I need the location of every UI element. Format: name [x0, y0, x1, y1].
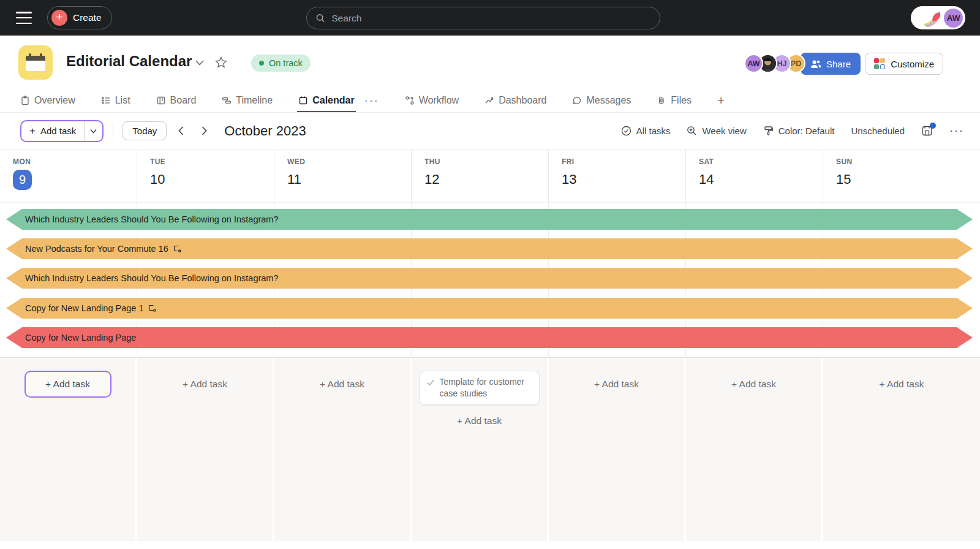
check-circle-icon — [621, 126, 631, 136]
calendar-toolbar: + Add task Today October 2023 All tasks … — [0, 113, 980, 150]
day-cell-wed[interactable]: + Add task — [274, 358, 412, 541]
zoom-icon — [687, 126, 697, 136]
chevron-down-icon[interactable] — [195, 59, 205, 66]
task-bar[interactable]: Copy for New Landing Page 1 — [6, 298, 973, 319]
tab-bar: Overview List Board Timeline Calendar ··… — [0, 89, 980, 113]
next-week-button[interactable] — [195, 122, 213, 140]
tab-dashboard[interactable]: Dashboard — [484, 89, 546, 112]
add-tab-button[interactable]: + — [717, 89, 725, 112]
day-header-row: MON 9 TUE 10 WED 11 THU 12 FRI 13 SAT 14… — [0, 150, 980, 202]
workflow-icon — [405, 96, 415, 105]
day-cells-row: + Add task + Add task + Add task Templat… — [0, 357, 980, 549]
add-task-cell-button[interactable]: + Add task — [594, 379, 639, 390]
page-title[interactable]: Editorial Calendar — [66, 53, 192, 70]
chevron-left-icon — [178, 126, 184, 135]
add-task-cell-button[interactable]: + Add task — [457, 415, 502, 426]
day-cell-thu[interactable]: Template for customer case studies + Add… — [412, 358, 549, 541]
user-menu[interactable]: AW — [911, 6, 965, 29]
add-task-cell-button[interactable]: + Add task — [320, 379, 364, 390]
day-cell-fri[interactable]: + Add task — [549, 358, 686, 541]
day-header: THU 12 — [412, 150, 549, 202]
add-task-cell-button-focused[interactable]: + Add task — [24, 371, 111, 398]
previous-week-button[interactable] — [172, 122, 190, 140]
add-task-button[interactable]: + Add task — [20, 120, 104, 142]
create-button[interactable]: + Create — [47, 6, 112, 29]
timeline-icon — [222, 96, 232, 105]
search-bar[interactable] — [306, 7, 660, 29]
member-avatars: AW HJ PD — [744, 54, 805, 73]
day-header: WED 11 — [274, 150, 412, 202]
day-header: SUN 15 — [823, 150, 980, 202]
tab-list[interactable]: List — [101, 89, 130, 112]
board-icon — [156, 96, 166, 105]
day-header: FRI 13 — [549, 150, 686, 202]
tab-calendar[interactable]: Calendar — [298, 89, 354, 112]
week-task-lane: Which Industry Leaders Should You Be Fol… — [0, 202, 980, 357]
status-dot-icon — [259, 61, 264, 66]
customize-grid-icon — [874, 58, 885, 69]
create-button-label: Create — [73, 12, 102, 23]
hamburger-menu-icon[interactable] — [16, 12, 32, 24]
unscheduled-toggle[interactable]: Unscheduled — [851, 126, 905, 136]
notification-dot — [930, 123, 936, 129]
task-bar[interactable]: Which Industry Leaders Should You Be Fol… — [6, 268, 973, 289]
calendar-icon — [298, 96, 308, 105]
chevron-down-icon — [90, 129, 97, 134]
tab-timeline[interactable]: Timeline — [222, 89, 273, 112]
today-button[interactable]: Today — [123, 121, 167, 140]
day-cell-sat[interactable]: + Add task — [686, 358, 823, 541]
more-options-button[interactable]: ··· — [949, 124, 964, 137]
day-cell-mon[interactable]: + Add task — [0, 358, 137, 541]
project-calendar-icon — [18, 45, 53, 80]
chart-line-icon — [484, 96, 494, 105]
color-setting[interactable]: Color: Default — [763, 126, 835, 136]
paint-roller-icon — [763, 126, 774, 136]
subtask-icon — [148, 304, 157, 312]
avatar: AW — [944, 9, 963, 28]
status-badge[interactable]: On track — [251, 55, 311, 72]
divider — [113, 124, 113, 138]
add-task-dropdown[interactable] — [84, 121, 102, 141]
week-view-selector[interactable]: Week view — [687, 126, 746, 136]
day-header: TUE 10 — [137, 150, 274, 202]
tab-files[interactable]: Files — [657, 89, 692, 112]
celebration-bird-icon — [922, 9, 943, 27]
task-bar[interactable]: Which Industry Leaders Should You Be Fol… — [6, 209, 973, 230]
day-header: SAT 14 — [686, 150, 823, 202]
add-task-cell-button[interactable]: + Add task — [880, 379, 924, 390]
people-icon — [810, 59, 821, 69]
tab-workflow[interactable]: Workflow — [405, 89, 459, 112]
add-task-cell-button[interactable]: + Add task — [183, 379, 227, 390]
template-task-card[interactable]: Template for customer case studies — [420, 371, 540, 405]
task-bar[interactable]: Copy for New Landing Page — [6, 327, 973, 348]
all-tasks-filter[interactable]: All tasks — [621, 126, 671, 136]
day-cell-tue[interactable]: + Add task — [137, 358, 274, 541]
plus-icon: + — [51, 10, 67, 26]
add-task-label: Add task — [40, 126, 76, 136]
star-icon[interactable] — [214, 56, 228, 69]
tab-overview[interactable]: Overview — [20, 89, 75, 112]
add-task-cell-button[interactable]: + Add task — [731, 379, 776, 390]
template-card-label: Template for customer case studies — [440, 376, 533, 399]
tab-messages[interactable]: Messages — [572, 89, 631, 112]
tab-overflow-menu[interactable]: ··· — [364, 94, 379, 107]
week-row-gap — [0, 541, 980, 549]
list-icon — [101, 96, 111, 105]
day-header: MON 9 — [0, 150, 137, 202]
task-bar[interactable]: New Podcasts for Your Commute 16 — [6, 238, 973, 259]
status-label: On track — [269, 58, 303, 68]
share-button[interactable]: Share — [801, 53, 861, 75]
avatar[interactable]: AW — [744, 54, 763, 73]
topbar: + Create AW — [0, 0, 980, 36]
plus-icon: + — [29, 125, 36, 137]
check-icon — [426, 378, 435, 387]
customize-button[interactable]: Customize — [865, 53, 943, 75]
paperclip-icon — [657, 96, 666, 105]
chevron-right-icon — [202, 126, 207, 135]
tab-board[interactable]: Board — [156, 89, 197, 112]
search-icon — [315, 13, 325, 23]
clipboard-icon — [20, 96, 30, 105]
save-view-button[interactable] — [921, 125, 933, 137]
day-cell-sun[interactable]: + Add task — [823, 358, 980, 541]
search-input[interactable] — [331, 13, 651, 24]
